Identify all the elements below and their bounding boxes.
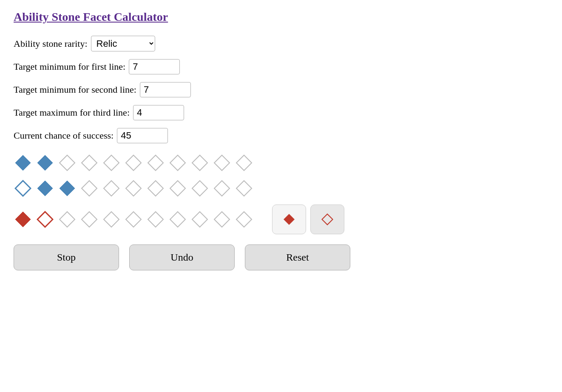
diamond-3-7[interactable] (146, 210, 165, 229)
svg-marker-33 (284, 214, 294, 224)
diamonds-section (14, 153, 548, 234)
svg-marker-26 (104, 212, 119, 227)
diamond-row-3 (14, 205, 548, 234)
svg-marker-5 (126, 155, 141, 170)
first-line-row: Target minimum for first line: (14, 59, 548, 74)
svg-marker-13 (60, 181, 75, 196)
diamond-1-11[interactable] (235, 153, 253, 172)
svg-marker-15 (104, 181, 119, 196)
svg-marker-1 (37, 155, 53, 170)
svg-marker-32 (236, 212, 252, 227)
svg-marker-0 (15, 155, 31, 170)
diamond-2-7[interactable] (146, 179, 165, 198)
diamond-3-11[interactable] (235, 210, 253, 229)
svg-marker-22 (15, 212, 31, 227)
diamond-1-3[interactable] (58, 153, 77, 172)
svg-marker-16 (126, 181, 141, 196)
diamond-3-8[interactable] (168, 210, 187, 229)
svg-marker-14 (82, 181, 97, 196)
svg-marker-9 (214, 155, 230, 170)
second-line-input[interactable] (140, 82, 191, 97)
diamond-2-9[interactable] (190, 179, 209, 198)
side-button-red-outline[interactable] (310, 205, 344, 234)
second-line-row: Target minimum for second line: (14, 82, 548, 97)
svg-marker-18 (170, 181, 185, 196)
diamond-2-11[interactable] (235, 179, 253, 198)
rarity-select[interactable]: Relic Ancient Legendary Epic Rare Uncomm… (91, 36, 155, 51)
svg-marker-23 (37, 212, 53, 227)
svg-marker-29 (170, 212, 185, 227)
diamond-row-1 (14, 153, 548, 172)
svg-marker-21 (236, 181, 252, 196)
svg-marker-31 (214, 212, 230, 227)
diamond-row-2 (14, 179, 548, 198)
diamond-2-4[interactable] (80, 179, 99, 198)
svg-marker-6 (148, 155, 163, 170)
svg-marker-2 (60, 155, 75, 170)
svg-marker-34 (322, 214, 332, 224)
diamond-2-3[interactable] (58, 179, 77, 198)
diamond-2-10[interactable] (213, 179, 231, 198)
stop-button[interactable]: Stop (14, 244, 119, 270)
diamond-1-8[interactable] (168, 153, 187, 172)
diamond-2-6[interactable] (124, 179, 143, 198)
chance-input[interactable] (117, 128, 168, 143)
third-line-row: Target maximum for third line: (14, 105, 548, 120)
diamond-1-4[interactable] (80, 153, 99, 172)
svg-marker-25 (82, 212, 97, 227)
svg-marker-17 (148, 181, 163, 196)
diamond-3-6[interactable] (124, 210, 143, 229)
diamond-2-2[interactable] (36, 179, 54, 198)
svg-marker-12 (37, 181, 53, 196)
diamond-1-2[interactable] (36, 153, 54, 172)
side-button-red-fill[interactable] (272, 205, 306, 234)
diamond-2-5[interactable] (102, 179, 121, 198)
diamond-3-5[interactable] (102, 210, 121, 229)
svg-marker-11 (15, 181, 31, 196)
page-title: Ability Stone Facet Calculator (14, 10, 548, 24)
svg-marker-19 (192, 181, 207, 196)
svg-marker-10 (236, 155, 252, 170)
undo-button[interactable]: Undo (129, 244, 235, 270)
svg-marker-4 (104, 155, 119, 170)
diamond-3-1[interactable] (14, 210, 32, 229)
diamond-1-1[interactable] (14, 153, 32, 172)
svg-marker-28 (148, 212, 163, 227)
chance-label: Current chance of success: (14, 130, 114, 141)
diamond-3-3[interactable] (58, 210, 77, 229)
diamond-1-6[interactable] (124, 153, 143, 172)
diamond-3-2[interactable] (36, 210, 54, 229)
rarity-label: Ability stone rarity: (14, 38, 88, 49)
diamond-1-9[interactable] (190, 153, 209, 172)
diamond-3-9[interactable] (190, 210, 209, 229)
diamond-2-8[interactable] (168, 179, 187, 198)
first-line-input[interactable] (129, 59, 180, 74)
bottom-buttons: Stop Undo Reset (14, 244, 548, 270)
chance-row: Current chance of success: (14, 128, 548, 143)
svg-marker-24 (60, 212, 75, 227)
reset-button[interactable]: Reset (245, 244, 350, 270)
diamond-3-4[interactable] (80, 210, 99, 229)
svg-marker-27 (126, 212, 141, 227)
second-line-label: Target minimum for second line: (14, 84, 136, 95)
first-line-label: Target minimum for first line: (14, 61, 125, 72)
diamond-1-10[interactable] (213, 153, 231, 172)
diamond-1-7[interactable] (146, 153, 165, 172)
diamond-3-10[interactable] (213, 210, 231, 229)
svg-marker-20 (214, 181, 230, 196)
diamond-2-1[interactable] (14, 179, 32, 198)
rarity-row: Ability stone rarity: Relic Ancient Lege… (14, 36, 548, 51)
svg-marker-3 (82, 155, 97, 170)
third-line-label: Target maximum for third line: (14, 107, 130, 118)
third-line-input[interactable] (133, 105, 184, 120)
svg-marker-7 (170, 155, 185, 170)
svg-marker-8 (192, 155, 207, 170)
diamond-1-5[interactable] (102, 153, 121, 172)
svg-marker-30 (192, 212, 207, 227)
